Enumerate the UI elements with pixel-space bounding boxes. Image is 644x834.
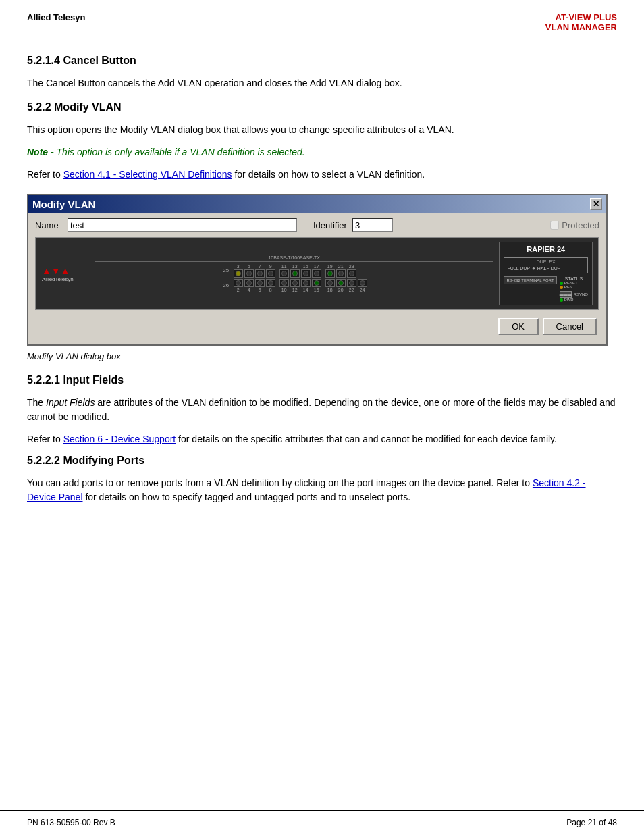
dialog-caption: Modify VLAN dialog box xyxy=(27,350,617,363)
device-name: RAPIER 24 xyxy=(504,245,588,255)
ports-outer: 25 3 5 xyxy=(221,264,367,292)
row-26-label: 26 xyxy=(221,282,231,288)
identifier-label: Identifier xyxy=(313,220,347,230)
status-label: STATUS xyxy=(560,276,588,281)
port-row-26: 26 2 4 xyxy=(221,279,367,292)
pwr-led xyxy=(560,298,563,302)
status-section: RS-232 TERMINAL PORT STATUS RESET xyxy=(504,276,588,302)
device-ports-section: 10BASE-T/100BASE-TX 25 3 xyxy=(95,255,493,292)
port-21[interactable] xyxy=(336,269,346,278)
port-5[interactable] xyxy=(244,269,254,278)
section-5222-para: You can add ports to or remove ports fro… xyxy=(27,476,617,504)
section-5222-heading: 5.2.2.2 Modifying Ports xyxy=(27,454,617,467)
port-11[interactable] xyxy=(279,269,289,278)
port-22[interactable] xyxy=(347,279,356,287)
footer-left: PN 613-50595-00 Rev B xyxy=(27,818,115,827)
rs232-port: RS-232 TERMINAL PORT xyxy=(504,276,556,284)
device-panel: ▲▼▲ AlliedTelesyn 10BASE-T/100BASE-TX 25 xyxy=(35,237,599,310)
port-20[interactable] xyxy=(336,279,346,287)
name-label: Name xyxy=(35,220,62,230)
main-content: 5.2.1.4 Cancel Button The Cancel Button … xyxy=(0,38,644,526)
top-ports-row: 3 5 7 xyxy=(234,264,356,278)
port-separator1 xyxy=(277,264,278,278)
page-header: Allied Telesyn AT-VIEW PLUS VLAN MANAGER xyxy=(0,0,644,38)
port-17[interactable] xyxy=(312,269,321,278)
section-522-note: Note - This option is only available if … xyxy=(27,145,617,159)
status-leds: STATUS RESET RFS xyxy=(560,276,588,302)
protected-checkbox[interactable] xyxy=(550,221,559,230)
rfs-label: RFS xyxy=(564,285,572,289)
logo-triangle-icon: ▲▼▲ xyxy=(42,265,70,276)
port-separator2 xyxy=(323,264,324,278)
bottom-ports-row: 2 4 6 xyxy=(234,279,367,292)
refer-link[interactable]: Section 4.1 - Selecting VLAN Definitions xyxy=(63,169,232,180)
port-2[interactable] xyxy=(234,279,243,287)
duplex-full-label: FULL DUP xyxy=(507,266,530,271)
rfs-led-row: RFS xyxy=(560,285,588,289)
row-25-label: 25 xyxy=(221,267,231,273)
caption-text: Modify VLAN dialog box xyxy=(27,351,121,361)
reset-led xyxy=(560,282,563,285)
port-15[interactable] xyxy=(301,269,311,278)
duplex-label: DUPLEX xyxy=(507,259,585,264)
refer2-link[interactable]: Section 6 - Device Support xyxy=(63,434,176,444)
footer-right: Page 21 of 48 xyxy=(566,818,617,827)
company-name: Allied Telesyn xyxy=(27,12,85,22)
port-8[interactable] xyxy=(266,279,275,287)
port-7[interactable] xyxy=(255,269,265,278)
product-title-line1: AT-VIEW PLUS xyxy=(545,12,617,22)
dialog-body: Name Identifier Protected ▲▼▲ AlliedTele… xyxy=(28,213,606,344)
port-13[interactable] xyxy=(290,269,300,278)
product-title-line2: VLAN MANAGER xyxy=(545,22,617,32)
refer2-prefix: Refer to xyxy=(27,434,63,444)
port-separator4 xyxy=(323,279,324,292)
dialog-fields-row: Name Identifier Protected xyxy=(35,218,599,232)
port-24[interactable] xyxy=(358,279,367,287)
duplex-indicator: DUPLEX FULL DUP ● HALF DUP xyxy=(504,257,588,273)
port-18[interactable] xyxy=(325,279,335,287)
port-19[interactable] xyxy=(325,269,335,278)
refer-text-prefix: Refer to xyxy=(27,169,63,180)
dialog-close-button[interactable]: ✕ xyxy=(590,198,602,210)
device-logo-text: AlliedTelesyn xyxy=(42,276,74,282)
ok-button[interactable]: OK xyxy=(498,318,539,335)
rsvno-connector-icon: ▬▬▬ xyxy=(560,291,572,298)
pwr-label: PWR xyxy=(564,298,574,302)
port-14[interactable] xyxy=(301,279,311,287)
port-4[interactable] xyxy=(244,279,254,287)
rsvno-area: ▬▬▬ RSVNO xyxy=(560,291,588,298)
name-input[interactable] xyxy=(68,218,297,232)
port-16[interactable] xyxy=(312,279,321,287)
page-container: Allied Telesyn AT-VIEW PLUS VLAN MANAGER… xyxy=(0,0,644,834)
page-footer: PN 613-50595-00 Rev B Page 21 of 48 xyxy=(0,810,644,834)
duplex-half-label: HALF DUP xyxy=(537,266,561,271)
port-12[interactable] xyxy=(290,279,300,287)
note-text: Note - This option is only available if … xyxy=(27,147,305,157)
port-9[interactable] xyxy=(266,269,275,278)
refer3-link[interactable]: Section 4.2 - Device Panel xyxy=(27,477,586,502)
section-5221-para: The Input Fields are attributes of the V… xyxy=(27,396,617,424)
port-row-25: 25 3 5 xyxy=(221,264,367,278)
identifier-input[interactable] xyxy=(352,218,393,232)
section-522-refer: Refer to Section 4.1 - Selecting VLAN De… xyxy=(27,167,617,182)
section-5214-heading: 5.2.1.4 Cancel Button xyxy=(27,55,617,67)
rsvno-label: RSVNO xyxy=(574,292,588,296)
rfs-led xyxy=(560,286,563,289)
device-logo-area: ▲▼▲ AlliedTelesyn xyxy=(42,265,89,282)
port-6[interactable] xyxy=(255,279,265,287)
port-separator3 xyxy=(277,279,278,292)
port-3[interactable] xyxy=(234,269,243,278)
modify-vlan-dialog: Modify VLAN ✕ Name Identifier Protected xyxy=(27,194,608,346)
dialog-titlebar: Modify VLAN ✕ xyxy=(28,195,606,213)
section-5221-heading: 5.2.2.1 Input Fields xyxy=(27,374,617,386)
section-5214-para: The Cancel Button cancels the Add VLAN o… xyxy=(27,76,617,90)
dialog-buttons-row: OK Cancel xyxy=(35,314,599,339)
port-23[interactable] xyxy=(347,269,356,278)
section-522-para: This option opens the Modify VLAN dialog… xyxy=(27,123,617,137)
rs232-label: RS-232 TERMINAL PORT xyxy=(506,278,554,282)
cancel-button[interactable]: Cancel xyxy=(543,318,597,335)
section-5221-refer: Refer to Section 6 - Device Support for … xyxy=(27,432,617,446)
product-title: AT-VIEW PLUS VLAN MANAGER xyxy=(545,12,617,32)
protected-checkbox-area: Protected xyxy=(550,220,599,230)
port-10[interactable] xyxy=(279,279,289,287)
